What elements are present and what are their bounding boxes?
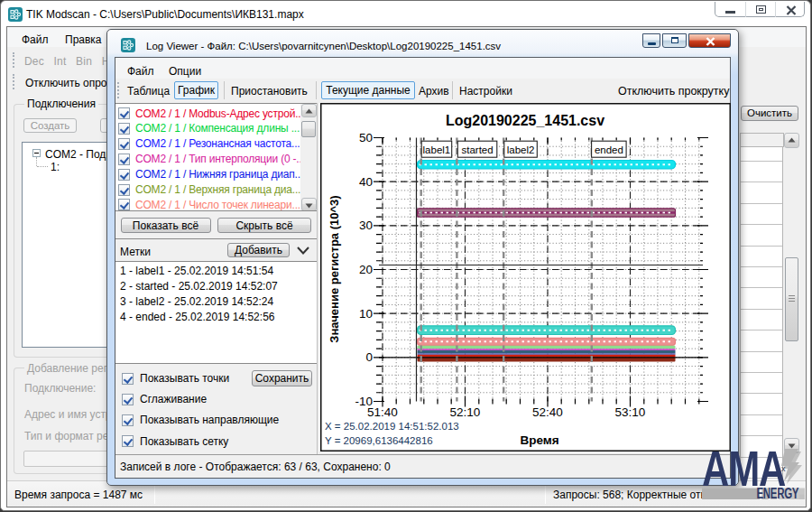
svg-text:Log20190225_1451.csv: Log20190225_1451.csv xyxy=(446,113,604,128)
svg-text:53:10: 53:10 xyxy=(615,405,646,419)
svg-text:40: 40 xyxy=(359,175,373,189)
svg-text:x: x xyxy=(781,464,786,473)
svg-text:Время: Время xyxy=(520,433,558,447)
svg-text:50: 50 xyxy=(359,131,373,144)
svg-text:0: 0 xyxy=(365,350,373,364)
svg-text:started: started xyxy=(462,144,494,155)
svg-text:10: 10 xyxy=(359,307,373,321)
svg-text:label2: label2 xyxy=(507,144,535,155)
svg-text:52:10: 52:10 xyxy=(450,405,481,419)
svg-text:Значение регистра (10^3): Значение регистра (10^3) xyxy=(328,195,341,342)
svg-text:ended: ended xyxy=(595,144,623,155)
svg-text:X = 25.02.2019 14:51:52.013: X = 25.02.2019 14:51:52.013 xyxy=(325,421,459,432)
svg-text:Y = 20969,6136442816: Y = 20969,6136442816 xyxy=(325,435,433,446)
svg-text:ENERGY: ENERGY xyxy=(757,485,799,502)
svg-text:52:40: 52:40 xyxy=(532,405,563,419)
svg-text:30: 30 xyxy=(359,219,373,232)
svg-text:51:40: 51:40 xyxy=(367,405,398,419)
svg-text:label1: label1 xyxy=(423,144,451,155)
svg-text:20: 20 xyxy=(359,263,373,276)
